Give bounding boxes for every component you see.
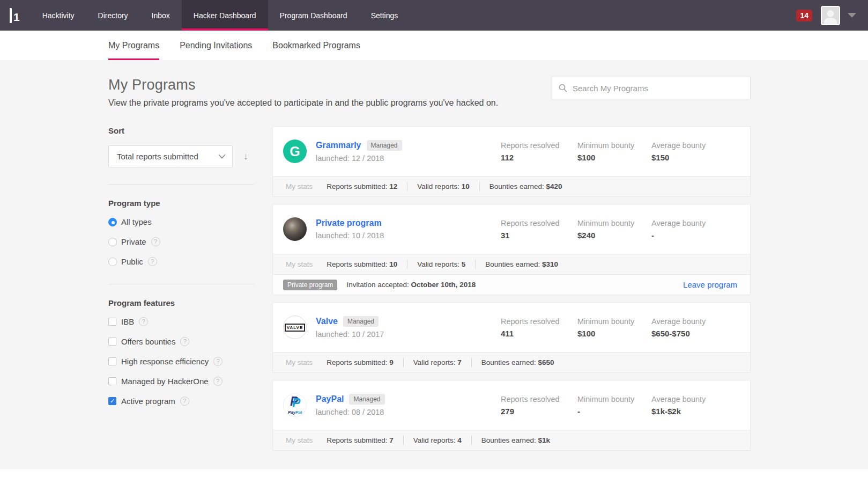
my-stat-valid-reports: Valid reports: 5 — [417, 260, 465, 268]
nav-item-program-dashboard[interactable]: Program Dashboard — [268, 0, 359, 31]
radio-all-types[interactable] — [108, 218, 117, 226]
program-info: GrammarlyManagedlaunched: 12 / 2018 — [316, 140, 402, 163]
my-stats-row: My statsReports submitted: 7Valid report… — [273, 430, 750, 450]
avatar[interactable] — [821, 6, 840, 25]
program-type-options: All typesPrivate?Public? — [108, 216, 254, 267]
program-type-option-public[interactable]: Public? — [108, 256, 254, 267]
paypal-logo-icon: PPPayPal — [283, 393, 307, 417]
checkbox-ibb[interactable] — [108, 318, 116, 326]
program-features-heading: Program features — [108, 298, 254, 307]
radio-public[interactable] — [108, 258, 117, 266]
bottom-strip — [0, 469, 868, 484]
radio-private[interactable] — [108, 238, 117, 246]
option-label: Private — [121, 237, 146, 246]
program-feature-option-managed-by-hackerone[interactable]: Managed by HackerOne? — [108, 376, 254, 387]
program-info: Private programlaunched: 10 / 2018 — [316, 218, 384, 240]
search-input[interactable] — [552, 77, 751, 99]
program-feature-option-offers-bounties[interactable]: Offers bounties? — [108, 336, 254, 347]
managed-badge: Managed — [343, 316, 379, 327]
page-title-block: My Programs View the private programs yo… — [108, 77, 498, 108]
my-stat-valid-reports: Valid reports: 4 — [413, 436, 462, 444]
program-feature-option-high-response-efficiency[interactable]: High response efficiency? — [108, 356, 254, 367]
stat-label: Reports resolved — [501, 317, 577, 326]
stat-divider — [407, 182, 407, 191]
program-link-valve[interactable]: Valve — [316, 317, 338, 326]
stat-label: Minimum bounty — [577, 317, 651, 326]
my-stats-row: My statsReports submitted: 9Valid report… — [273, 352, 750, 372]
nav-item-directory[interactable]: Directory — [86, 0, 140, 31]
stat-label: Minimum bounty — [577, 219, 651, 228]
tab-pending-invitations[interactable]: Pending Invitations — [180, 31, 252, 60]
sort-direction-arrow-icon[interactable]: ↓ — [243, 151, 248, 162]
stat-value: - — [577, 407, 651, 416]
help-icon[interactable]: ? — [151, 237, 160, 246]
my-stat-bounties-earned: Bounties earned: $1k — [481, 436, 550, 444]
stat-value: $240 — [577, 231, 651, 240]
program-stats: Reports resolved279Minimum bounty-Averag… — [501, 395, 737, 416]
checkbox-active-program[interactable]: ✓ — [108, 397, 116, 405]
program-type-group: Program type All typesPrivate?Public? — [108, 199, 254, 267]
program-card-grammarly: GGrammarlyManagedlaunched: 12 / 2018Repo… — [272, 126, 751, 197]
nav-item-inbox[interactable]: Inbox — [140, 0, 182, 31]
program-feature-option-active-program[interactable]: ✓Active program? — [108, 395, 254, 407]
chevron-down-icon — [218, 154, 226, 159]
my-stat-bounties-earned: Bounties earned: $310 — [485, 260, 558, 268]
launched-date: launched: 12 / 2018 — [316, 154, 402, 163]
program-link-grammarly[interactable]: Grammarly — [316, 141, 361, 150]
program-type-option-private[interactable]: Private? — [108, 236, 254, 247]
my-stat-reports-submitted: Reports submitted: 10 — [327, 260, 397, 268]
program-stats: Reports resolved411Minimum bounty$100Ave… — [501, 317, 737, 338]
help-icon[interactable]: ? — [148, 257, 157, 266]
search-wrap — [552, 77, 751, 99]
stat-value: $100 — [577, 153, 651, 162]
stat-minimum-bounty: Minimum bounty$100 — [577, 317, 651, 338]
program-type-option-all-types[interactable]: All types — [108, 216, 254, 228]
help-icon[interactable]: ? — [213, 377, 222, 386]
help-icon[interactable]: ? — [139, 317, 148, 326]
help-icon[interactable]: ? — [213, 357, 222, 366]
checkbox-managed-by-hackerone[interactable] — [108, 377, 116, 385]
account-menu-caret-icon[interactable] — [848, 13, 856, 18]
program-card-private-program: Private programlaunched: 10 / 2018Report… — [272, 204, 751, 295]
my-stats-label: My stats — [286, 260, 313, 268]
nav-item-hacker-dashboard[interactable]: Hacker Dashboard — [182, 0, 268, 31]
option-label: Offers bounties — [121, 337, 175, 346]
sort-select[interactable]: Total reports submitted — [108, 145, 233, 167]
nav-item-settings[interactable]: Settings — [359, 0, 410, 31]
program-link-private-program[interactable]: Private program — [316, 218, 382, 228]
leave-program-link[interactable]: Leave program — [683, 280, 737, 289]
stat-divider — [403, 358, 404, 367]
program-list: GGrammarlyManagedlaunched: 12 / 2018Repo… — [272, 126, 751, 458]
help-icon[interactable]: ? — [180, 397, 189, 406]
stat-divider — [475, 260, 476, 269]
top-nav: 1 HacktivityDirectoryInboxHacker Dashboa… — [0, 0, 868, 31]
tab-my-programs[interactable]: My Programs — [108, 31, 159, 60]
help-icon[interactable]: ? — [180, 337, 189, 346]
private-program-row: Private programInvitation accepted: Octo… — [273, 274, 750, 295]
invitation-accepted: Invitation accepted: October 10th, 2018 — [346, 281, 476, 289]
nav-item-hacktivity[interactable]: Hacktivity — [31, 0, 86, 31]
launched-date: launched: 08 / 2018 — [316, 408, 385, 416]
program-feature-option-ibb[interactable]: IBB? — [108, 316, 254, 327]
stat-reports-resolved: Reports resolved31 — [501, 219, 577, 240]
stat-value: $1k-$2k — [651, 407, 737, 416]
notification-badge[interactable]: 14 — [796, 10, 812, 21]
launched-date: launched: 10 / 2017 — [316, 330, 384, 339]
stat-value: 279 — [501, 407, 577, 416]
sort-heading: Sort — [108, 126, 254, 135]
content: My Programs View the private programs yo… — [0, 60, 868, 458]
my-stat-bounties-earned: Bounties earned: $650 — [481, 358, 554, 366]
stat-value: $100 — [577, 329, 651, 338]
program-features-group: Program features IBB?Offers bounties?Hig… — [108, 298, 254, 407]
checkbox-high-response-efficiency[interactable] — [108, 357, 116, 365]
screen: 1 HacktivityDirectoryInboxHacker Dashboa… — [0, 0, 868, 484]
program-stats: Reports resolved112Minimum bounty$100Ave… — [501, 141, 737, 162]
stat-divider — [403, 436, 404, 445]
my-stat-valid-reports: Valid reports: 10 — [417, 182, 469, 190]
program-link-paypal[interactable]: PayPal — [316, 394, 344, 404]
checkbox-offers-bounties[interactable] — [108, 338, 116, 346]
tab-bookmarked-programs[interactable]: Bookmarked Programs — [272, 31, 360, 60]
my-stats-label: My stats — [286, 358, 313, 366]
hackerone-logo[interactable]: 1 — [0, 0, 31, 31]
divider — [108, 284, 254, 284]
